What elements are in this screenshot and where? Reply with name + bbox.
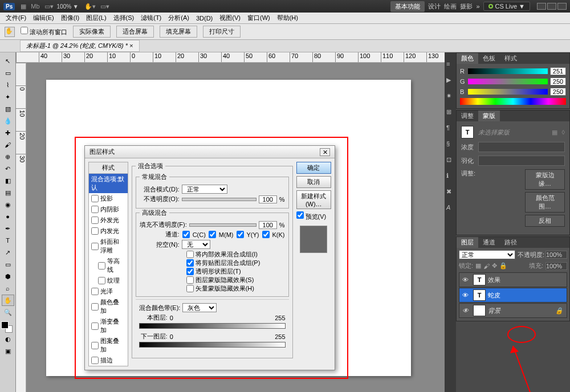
cs-live-button[interactable]: CS Live ▼ (483, 2, 530, 11)
tab-layers[interactable]: 图层 (457, 237, 478, 248)
slider-g[interactable] (468, 79, 548, 84)
zoom-tool[interactable]: 🔍 (2, 307, 14, 318)
blend-mode[interactable]: 正常 (459, 250, 515, 259)
knockout-select[interactable]: 无 (182, 240, 210, 249)
tab-styles[interactable]: 样式 (500, 53, 522, 64)
history-icon[interactable]: ≡ (446, 60, 454, 68)
chk-blend-clipped[interactable]: 将剪贴图层混合成组(P) (186, 259, 285, 267)
channel-y[interactable] (237, 231, 244, 238)
shape-tool[interactable]: ▭ (2, 259, 14, 270)
style-bevel[interactable]: 斜面和浮雕 (89, 236, 128, 256)
heal-tool[interactable]: ✚ (2, 127, 14, 138)
preview-checkbox[interactable]: 预览(V) (296, 211, 331, 221)
layer-row-effects[interactable]: 👁 T 效果 (459, 272, 567, 287)
tab-channels[interactable]: 通道 (478, 237, 500, 248)
maximize-button[interactable] (547, 3, 556, 10)
menu-image[interactable]: 图像(I) (58, 13, 83, 23)
history-brush-tool[interactable]: ↶ (2, 163, 14, 174)
menu-analysis[interactable]: 分析(A) (165, 13, 193, 23)
eyedropper-tool[interactable]: 💧 (2, 115, 14, 126)
tab-color[interactable]: 颜色 (457, 53, 478, 64)
fit-screen-button[interactable]: 适合屏幕 (116, 26, 154, 38)
actions-icon[interactable]: ▶ (446, 76, 454, 84)
tab-masks[interactable]: 蒙版 (478, 111, 500, 121)
actual-pixels-button[interactable]: 实际像素 (73, 26, 111, 38)
style-pattern-overlay[interactable]: 图案叠加 (89, 336, 128, 355)
hand-tool-icon[interactable]: ✋ (5, 27, 15, 37)
dialog-close-icon[interactable]: ✕ (320, 148, 330, 156)
visibility-icon[interactable]: 👁 (459, 292, 471, 299)
layer-row-background[interactable]: 👁 背景 🔒 (459, 303, 567, 318)
opacity-input[interactable] (259, 195, 277, 203)
opacity-slider[interactable] (182, 198, 256, 201)
fill-screen-button[interactable]: 填充屏幕 (160, 26, 197, 38)
menu-view[interactable]: 视图(V) (216, 13, 244, 23)
new-style-button[interactable]: 新建样式(W)… (296, 190, 331, 209)
layout-icon[interactable]: ▭▾ (44, 3, 54, 10)
bridge-icon[interactable]: ▦ (21, 3, 26, 10)
workspace-photography[interactable]: 摄影 (460, 2, 473, 11)
style-blend-options[interactable]: 混合选项:默认 (89, 174, 128, 193)
info-icon[interactable]: ℹ (446, 172, 454, 180)
stamp-tool[interactable]: ⊕ (2, 151, 14, 162)
color-swatch[interactable] (1, 321, 13, 333)
text-a-icon[interactable]: A (446, 204, 454, 212)
style-color-overlay[interactable]: 颜色叠加 (89, 297, 128, 316)
invert-button[interactable]: 反相 (525, 215, 565, 227)
gradient-tool[interactable]: ▤ (2, 187, 14, 198)
dodge-tool[interactable]: ● (2, 211, 14, 222)
menu-edit[interactable]: 编辑(E) (30, 13, 58, 23)
layer-row-snakeskin[interactable]: 👁 T 蛇皮 (459, 288, 567, 303)
style-inner-glow[interactable]: 内发光 (89, 226, 128, 236)
vector-mask-icon[interactable]: ◊ (562, 129, 565, 136)
lasso-tool[interactable]: ⌇ (2, 79, 14, 91)
slider-b[interactable] (468, 89, 548, 95)
quickmask-tool[interactable]: ◐ (2, 333, 14, 345)
pixel-mask-icon[interactable]: ▦ (552, 129, 557, 136)
blendif-select[interactable]: 灰色 (182, 303, 217, 312)
mask-edge-button[interactable]: 蒙版边缘… (525, 169, 565, 190)
density-input[interactable] (478, 142, 565, 152)
clone-icon[interactable]: ⊞ (446, 108, 454, 116)
scroll-all-checkbox[interactable]: 滚动所有窗口 (21, 27, 67, 36)
color-range-button[interactable]: 颜色范围… (525, 192, 565, 213)
slider-r[interactable] (468, 68, 548, 74)
lock-paint-icon[interactable]: 🖌 (483, 263, 490, 270)
visibility-icon[interactable]: 👁 (459, 307, 471, 314)
channel-c[interactable] (182, 231, 190, 238)
style-inner-shadow[interactable]: 内阴影 (89, 204, 128, 215)
menu-layer[interactable]: 图层(L) (83, 13, 109, 23)
menu-filter[interactable]: 滤镜(T) (137, 13, 165, 23)
tab-swatches[interactable]: 色板 (478, 53, 500, 64)
this-layer-slider[interactable] (139, 323, 286, 331)
para-icon[interactable]: § (446, 140, 454, 148)
pen-tool[interactable]: ✒ (2, 223, 14, 234)
crop-tool[interactable]: ▧ (2, 103, 14, 115)
chk-vector-mask[interactable]: 矢量蒙版隐藏效果(H) (186, 284, 285, 293)
tab-paths[interactable]: 路径 (500, 237, 522, 248)
close-button[interactable] (557, 3, 567, 10)
lock-trans-icon[interactable]: ▦ (475, 262, 481, 270)
workspace-essentials[interactable]: 基本功能 (390, 1, 425, 12)
workspace-more[interactable]: » (476, 3, 479, 10)
layer-opacity[interactable] (545, 251, 567, 259)
feather-input[interactable] (478, 156, 565, 166)
brush-icon[interactable]: ✷ (446, 92, 454, 100)
ok-button[interactable]: 确定 (296, 162, 331, 174)
menu-window[interactable]: 窗口(W) (244, 13, 274, 23)
fill-input[interactable] (259, 221, 277, 229)
move-tool[interactable]: ↖ (2, 55, 14, 67)
menu-help[interactable]: 帮助(H) (274, 13, 302, 23)
camera-tool[interactable]: ⌕ (2, 283, 14, 294)
visibility-icon[interactable]: 👁 (459, 276, 471, 283)
hand-icon[interactable]: ✋▾ (84, 3, 96, 10)
style-drop-shadow[interactable]: 投影 (89, 193, 128, 204)
style-stroke[interactable]: 描边 (89, 355, 128, 366)
nav-icon[interactable]: ⊡ (446, 156, 454, 164)
workspace-design[interactable]: 设计 (428, 2, 441, 11)
wand-tool[interactable]: ✦ (2, 91, 14, 103)
menu-select[interactable]: 选择(S) (110, 13, 138, 23)
marquee-tool[interactable]: ▭ (2, 67, 14, 79)
channel-m[interactable] (209, 231, 216, 238)
tool-icon[interactable]: ✖ (446, 188, 454, 196)
